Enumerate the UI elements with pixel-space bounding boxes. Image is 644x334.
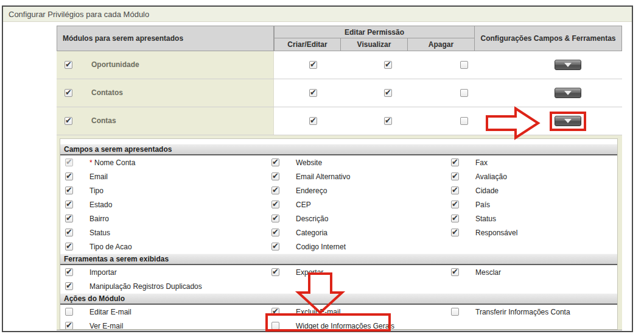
editar-e-mail-checkbox[interactable] bbox=[65, 308, 73, 316]
tipo-checkbox[interactable] bbox=[65, 187, 73, 194]
detail-item-label-status: Status bbox=[475, 215, 496, 223]
detail-item-label-fax: Fax bbox=[475, 158, 488, 167]
module-label: Contas bbox=[91, 117, 116, 125]
detail-item-label-endereco: Endereço bbox=[296, 187, 327, 195]
detail-item-label-cep: CEP bbox=[296, 201, 311, 209]
header-delete: Apagar bbox=[407, 38, 475, 51]
create-edit-checkbox-contas[interactable] bbox=[309, 117, 317, 125]
detail-item-label-status: Status bbox=[89, 229, 110, 237]
chevron-down-icon bbox=[564, 91, 572, 95]
settings-dropdown-button-oportunidade[interactable] bbox=[555, 60, 581, 70]
detail-item-label-ver-e-mail: Ver E-mail bbox=[89, 322, 123, 330]
pais-checkbox[interactable] bbox=[451, 201, 459, 208]
cidade-checkbox[interactable] bbox=[451, 187, 459, 194]
detail-item-row: EstadoCEPPaís bbox=[60, 197, 617, 211]
detail-item-row: TipoEndereçoCidade bbox=[60, 183, 617, 197]
endereco-checkbox[interactable] bbox=[271, 187, 279, 194]
detail-item-row: Editar E-mailExcluir E-mailTransferir In… bbox=[60, 305, 617, 319]
codigo-internet-checkbox[interactable] bbox=[271, 243, 279, 250]
detail-item-label-bairro: Bairro bbox=[89, 215, 109, 223]
module-cell: Contatos bbox=[57, 79, 274, 107]
detail-item-row: BairroDescriçãoStatus bbox=[60, 211, 617, 226]
delete-checkbox-contatos[interactable] bbox=[460, 89, 468, 97]
view-checkbox-contatos[interactable] bbox=[384, 89, 392, 97]
detail-item-label-nome-conta: * Nome Conta bbox=[89, 158, 135, 167]
chevron-down-icon bbox=[564, 119, 572, 123]
email-checkbox[interactable] bbox=[65, 172, 73, 180]
header-edit-permission: Editar Permissão bbox=[274, 26, 475, 38]
detail-item-label-tipo-de-acao: Tipo de Acao bbox=[89, 243, 132, 251]
descricao-checkbox[interactable] bbox=[271, 215, 279, 222]
detail-item-label-importar: Importar bbox=[89, 268, 117, 277]
categoria-checkbox[interactable] bbox=[271, 229, 279, 236]
detail-item-row: StatusCategoriaResponsável bbox=[60, 226, 617, 240]
fax-checkbox[interactable] bbox=[451, 158, 459, 166]
detail-item-label-responsavel: Responsável bbox=[475, 229, 517, 237]
email-alternativo-checkbox[interactable] bbox=[271, 172, 279, 180]
detail-item-label-estado: Estado bbox=[89, 201, 112, 209]
estado-checkbox[interactable] bbox=[65, 201, 73, 208]
create-edit-checkbox-oportunidade[interactable] bbox=[309, 61, 317, 69]
nome-conta-checkbox[interactable] bbox=[65, 158, 73, 166]
detail-item-label-tipo: Tipo bbox=[89, 187, 103, 195]
page: Configurar Privilégios para cada Módulo … bbox=[0, 0, 644, 334]
detail-item-label-cidade: Cidade bbox=[475, 187, 499, 195]
header-settings: Configurações Campos & Ferramentas bbox=[474, 26, 622, 51]
title-bar: Configurar Privilégios para cada Módulo bbox=[3, 7, 632, 22]
module-enabled-checkbox-contas[interactable] bbox=[65, 117, 72, 125]
detail-item-row: Manipulação Registros Duplicados bbox=[60, 279, 617, 293]
exportar-checkbox[interactable] bbox=[271, 268, 279, 276]
module-enabled-checkbox-contatos[interactable] bbox=[65, 89, 72, 97]
settings-dropdown-button-contas[interactable] bbox=[555, 116, 581, 126]
create-edit-checkbox-contatos[interactable] bbox=[309, 89, 317, 97]
module-cell: Contas bbox=[57, 107, 274, 135]
module-cell: Oportunidade bbox=[57, 51, 274, 79]
mesclar-checkbox[interactable] bbox=[451, 268, 459, 276]
excluir-e-mail-checkbox[interactable] bbox=[271, 308, 279, 316]
detail-item-label-email: Email bbox=[89, 172, 108, 181]
detail-item-row: Ver E-mailWidget de Informações Gerais bbox=[60, 319, 617, 330]
manipulacao-registros-duplicados-checkbox[interactable] bbox=[65, 282, 73, 290]
required-marker: * bbox=[89, 158, 94, 167]
avaliacao-checkbox[interactable] bbox=[451, 172, 459, 180]
settings-dropdown-button-contatos[interactable] bbox=[555, 88, 581, 98]
detail-item-label-manipulacao-registros-duplicados: Manipulação Registros Duplicados bbox=[89, 282, 202, 291]
detail-item-label-email-alternativo: Email Alternativo bbox=[296, 172, 350, 181]
detail-item-label-transferir-informacoes-conta: Transferir Informações Conta bbox=[475, 308, 570, 316]
detail-item-row: * Nome ContaWebsiteFax bbox=[60, 155, 617, 169]
transferir-informacoes-conta-checkbox[interactable] bbox=[451, 308, 459, 316]
widget-de-informacoes-gerais-checkbox[interactable] bbox=[271, 322, 279, 330]
tipo-de-acao-checkbox[interactable] bbox=[65, 243, 73, 250]
view-checkbox-oportunidade[interactable] bbox=[384, 61, 392, 69]
status-checkbox[interactable] bbox=[65, 229, 73, 236]
page-title: Configurar Privilégios para cada Módulo bbox=[9, 10, 149, 19]
module-row-contatos: Contatos bbox=[57, 79, 622, 107]
view-checkbox-contas[interactable] bbox=[384, 117, 392, 125]
detail-item-label-codigo-internet: Codigo Internet bbox=[296, 243, 346, 251]
section-header-acoes-do-modulo: Ações do Módulo bbox=[60, 293, 617, 305]
contas-detail-row: Campos a serem apresentados* Nome ContaW… bbox=[57, 135, 622, 330]
responsavel-checkbox[interactable] bbox=[451, 229, 459, 236]
bairro-checkbox[interactable] bbox=[65, 215, 73, 222]
detail-panel: Campos a serem apresentados* Nome ContaW… bbox=[60, 138, 618, 330]
status-checkbox[interactable] bbox=[451, 215, 459, 222]
detail-item-label-excluir-e-mail: Excluir E-mail bbox=[296, 308, 340, 316]
detail-item-row: Tipo de AcaoCodigo Internet bbox=[60, 240, 617, 254]
detail-item-label-mesclar: Mesclar bbox=[475, 268, 501, 277]
module-row-oportunidade: Oportunidade bbox=[57, 51, 622, 79]
importar-checkbox[interactable] bbox=[65, 268, 73, 276]
website-checkbox[interactable] bbox=[271, 158, 279, 166]
detail-item-label-website: Website bbox=[296, 158, 322, 167]
detail-item-label-avaliacao: Avaliação bbox=[475, 172, 507, 181]
ver-e-mail-checkbox[interactable] bbox=[65, 322, 73, 330]
module-label: Contatos bbox=[91, 89, 123, 97]
delete-checkbox-oportunidade[interactable] bbox=[460, 61, 468, 69]
detail-item-row: EmailEmail AlternativoAvaliação bbox=[60, 169, 617, 183]
module-label: Oportunidade bbox=[91, 61, 139, 69]
detail-item-label-editar-e-mail: Editar E-mail bbox=[89, 308, 131, 316]
module-enabled-checkbox-oportunidade[interactable] bbox=[65, 61, 72, 69]
module-row-contas: Contas bbox=[57, 107, 622, 135]
section-header-ferramentas-a-serem-exibidas: Ferramentas a serem exibidas bbox=[60, 254, 617, 265]
delete-checkbox-contas[interactable] bbox=[460, 117, 468, 125]
cep-checkbox[interactable] bbox=[271, 201, 279, 208]
